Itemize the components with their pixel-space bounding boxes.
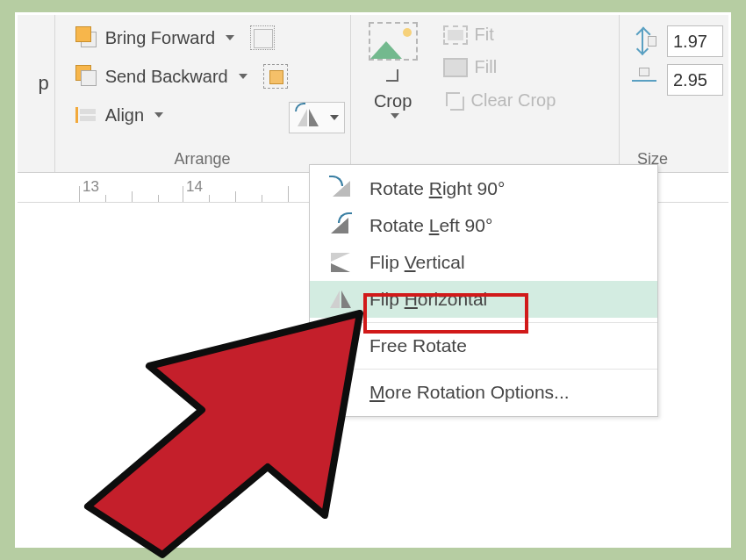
fill-button[interactable]: Fill [437, 53, 563, 82]
menu-item-label: Flip Horizontal [369, 289, 487, 310]
rotate-menu: Rotate Right 90° Rotate Left 90° Flip Ve… [309, 164, 658, 417]
bring-forward-label: Bring Forward [105, 28, 216, 48]
selection-button[interactable] [259, 60, 292, 93]
menu-item-label: Rotate Right 90° [369, 178, 505, 199]
group-icon [250, 25, 275, 50]
fill-icon [443, 58, 468, 77]
blank-icon [327, 381, 354, 404]
ribbon-group-size: Size [620, 15, 728, 172]
width-input[interactable] [667, 64, 723, 96]
chevron-down-icon [154, 112, 163, 118]
fit-icon [443, 25, 468, 45]
crop-button[interactable]: Crop [356, 18, 430, 122]
menu-item-label: More Rotation Options... [369, 382, 570, 403]
menu-separator [310, 369, 657, 370]
fit-label: Fit [475, 25, 494, 45]
clear-crop-label: Clear Crop [471, 90, 556, 111]
picture-icon [369, 22, 418, 61]
height-input[interactable] [667, 25, 723, 57]
free-rotate-icon [327, 334, 354, 357]
ribbon-partial-left: p [18, 15, 55, 172]
rotate-icon [295, 106, 321, 129]
bring-forward-icon [75, 26, 98, 49]
menu-item-rotate-left[interactable]: Rotate Left 90° [310, 207, 657, 244]
rotate-split-button[interactable] [289, 102, 345, 133]
send-backward-label: Send Backward [105, 67, 228, 87]
fit-button[interactable]: Fit [437, 20, 563, 49]
group-label-arrange: Arrange [55, 150, 350, 169]
ribbon: p Bring Forward Sen [18, 15, 728, 173]
menu-item-rotate-right[interactable]: Rotate Right 90° [310, 170, 657, 207]
send-backward-icon [75, 65, 98, 88]
rotate-left-icon [327, 214, 354, 237]
ribbon-group-crop: Crop Fit Fill Clear Crop [351, 15, 620, 172]
width-icon [632, 68, 658, 92]
chevron-down-icon [226, 35, 234, 40]
menu-item-flip-vertical[interactable]: Flip Vertical [310, 244, 657, 281]
align-button[interactable]: Align [69, 99, 169, 131]
app-window: p Bring Forward Sen [18, 15, 728, 545]
ribbon-group-arrange: Bring Forward Send Backward [55, 15, 351, 172]
clear-crop-button[interactable]: Clear Crop [437, 85, 563, 115]
align-label: Align [105, 105, 144, 126]
flip-vertical-icon [327, 251, 354, 274]
clear-crop-icon [443, 90, 464, 111]
rotate-right-icon [327, 177, 354, 200]
partial-text: p [38, 72, 48, 95]
menu-item-label: Free Rotate [369, 335, 467, 356]
align-icon [75, 104, 98, 126]
menu-item-label: Rotate Left 90° [369, 215, 492, 236]
bring-forward-button[interactable]: Bring Forward [69, 22, 241, 54]
height-icon [632, 29, 658, 54]
fill-label: Fill [475, 57, 498, 77]
menu-item-more-rotation[interactable]: More Rotation Options... [310, 374, 657, 411]
crop-label: Crop [374, 91, 412, 111]
screenshot-frame: p Bring Forward Sen [15, 12, 731, 548]
chevron-down-icon [330, 115, 339, 120]
flip-horizontal-icon [327, 288, 354, 311]
menu-item-flip-horizontal[interactable]: Flip Horizontal [310, 281, 657, 318]
menu-item-label: Flip Vertical [369, 252, 465, 273]
menu-item-free-rotate[interactable]: Free Rotate [310, 327, 657, 364]
group-button[interactable] [246, 21, 279, 54]
ruler-number: 13 [82, 178, 99, 196]
selection-icon [263, 64, 288, 89]
ruler-number: 14 [186, 178, 203, 196]
chevron-down-icon [391, 113, 399, 118]
chevron-down-icon [239, 74, 247, 79]
menu-separator [310, 322, 657, 323]
send-backward-button[interactable]: Send Backward [69, 61, 254, 92]
